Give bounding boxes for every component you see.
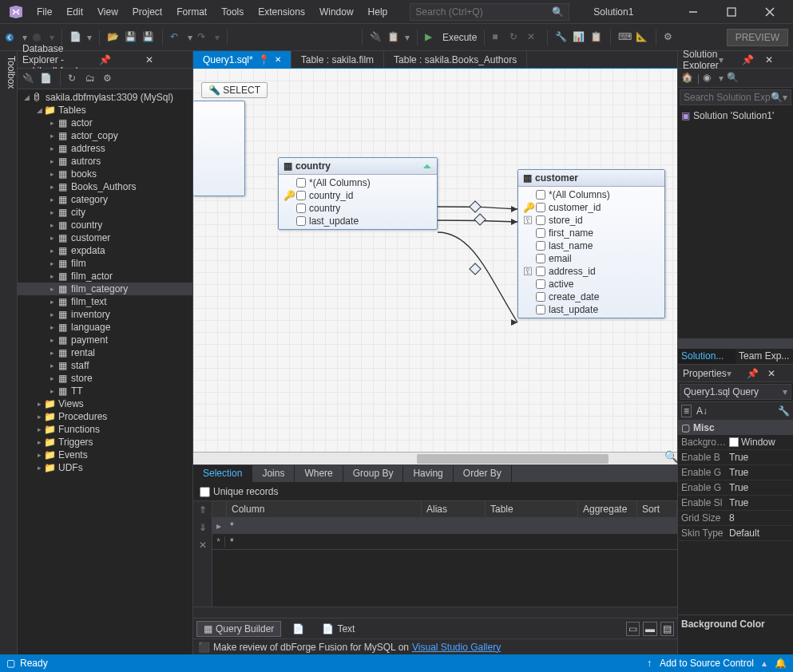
column-name[interactable]: last_update: [309, 215, 359, 227]
table-node[interactable]: ▸▦store: [18, 372, 192, 385]
preview-button[interactable]: PREVIEW: [727, 29, 788, 46]
table-node[interactable]: ▸▦rental: [18, 346, 192, 359]
column-name[interactable]: *(All Columns): [309, 177, 371, 188]
minimize-button[interactable]: [675, 0, 712, 24]
column-check[interactable]: [536, 228, 545, 238]
close-button[interactable]: [751, 0, 788, 24]
home-icon[interactable]: 🏠: [681, 72, 694, 85]
functions-folder[interactable]: Functions: [58, 424, 100, 435]
menu-extensions[interactable]: Extensions: [252, 3, 311, 21]
arrow-down-icon[interactable]: ⇓: [199, 522, 207, 533]
column-name[interactable]: customer_id: [549, 202, 601, 213]
solution-search[interactable]: 🔍▾: [680, 89, 791, 105]
save-all-icon[interactable]: 💾: [142, 31, 155, 44]
table-node[interactable]: ▸▦film: [18, 257, 192, 270]
property-row[interactable]: Enable SlTrue: [678, 496, 793, 511]
column-name[interactable]: *(All Columns): [549, 189, 610, 200]
col-header-sort[interactable]: Sort: [637, 501, 677, 517]
column-check[interactable]: [536, 203, 545, 212]
subtab-groupby[interactable]: Group By: [343, 465, 404, 482]
back-history-icon[interactable]: [5, 31, 18, 44]
menu-project[interactable]: Project: [126, 3, 169, 21]
tab-books[interactable]: Table : sakila.Books_Authors: [384, 51, 527, 68]
column-check[interactable]: [536, 254, 545, 263]
intermediate-tab[interactable]: 📄: [286, 622, 311, 636]
table-node[interactable]: ▸▦TT: [18, 385, 192, 397]
unique-records-check[interactable]: [200, 487, 210, 497]
misc-tb-icon[interactable]: 📋: [590, 31, 603, 44]
column-name[interactable]: country: [309, 203, 340, 214]
close-icon[interactable]: ✕: [767, 368, 788, 379]
notifications-icon[interactable]: 🔔: [775, 658, 787, 669]
code-icon[interactable]: ⌨: [618, 31, 631, 44]
query-designer-canvas[interactable]: 🔦 SELECT ▦country⏶ *(All Columns) 🔑: [193, 69, 677, 452]
scrollbar[interactable]: [678, 338, 793, 348]
property-row[interactable]: BackgroundWindow: [678, 435, 793, 450]
column-name[interactable]: last_name: [549, 240, 593, 251]
pin-icon[interactable]: 📌: [99, 54, 141, 65]
settings-icon[interactable]: ⚙: [664, 31, 676, 44]
col-header-alias[interactable]: Alias: [422, 501, 486, 517]
column-check[interactable]: [296, 216, 306, 226]
solution-tree[interactable]: ▣Solution 'Solution1': [678, 109, 793, 338]
db-tree[interactable]: ◢🛢sakila.dbfmylast:3309 (MySql) ◢📁Tables…: [18, 89, 192, 654]
refresh-icon[interactable]: 🔍: [727, 72, 739, 85]
column-check[interactable]: [536, 292, 545, 302]
scope-icon[interactable]: ◉: [703, 72, 716, 85]
column-row[interactable]: ⚿store_id: [518, 214, 664, 227]
table-node[interactable]: ▸▦country: [18, 219, 192, 231]
view-icon[interactable]: ▤: [660, 622, 674, 636]
column-row[interactable]: last_update: [518, 303, 664, 316]
table-node[interactable]: ▸▦Books_Authors: [18, 180, 192, 193]
column-check[interactable]: [536, 215, 545, 225]
source-control-button[interactable]: Add to Source Control: [660, 658, 754, 669]
table-node[interactable]: ▸▦payment: [18, 334, 192, 346]
view-icon[interactable]: ▬: [643, 622, 657, 636]
solution-search-input[interactable]: [684, 92, 771, 103]
categorized-icon[interactable]: ≡: [681, 405, 692, 417]
property-row[interactable]: Enable GTrue: [678, 480, 793, 496]
connect-icon[interactable]: 🔌: [22, 73, 35, 85]
undo-icon[interactable]: ↶: [170, 31, 183, 44]
query-icon[interactable]: 📄: [40, 73, 53, 85]
menu-view[interactable]: View: [91, 3, 125, 21]
tab-team-explorer[interactable]: Team Exp...: [736, 349, 793, 364]
delete-icon[interactable]: ✕: [199, 540, 207, 551]
new-file-icon[interactable]: 📄: [69, 31, 82, 44]
table-node[interactable]: ▸▦address: [18, 142, 192, 155]
toolbox-tab[interactable]: Toolbox: [0, 51, 18, 654]
table-node[interactable]: ▸▦customer: [18, 231, 192, 244]
table-node[interactable]: ▸▦autrors: [18, 155, 192, 168]
column-check[interactable]: [536, 305, 545, 314]
column-name[interactable]: country_id: [309, 190, 353, 201]
sql-icon[interactable]: 📋: [387, 31, 400, 44]
close-icon[interactable]: ✕: [145, 54, 188, 65]
column-check[interactable]: [536, 279, 545, 289]
column-row[interactable]: email: [518, 252, 664, 265]
menu-file[interactable]: File: [30, 3, 58, 21]
column-row[interactable]: last_name: [518, 239, 664, 252]
property-row[interactable]: Grid Size8: [678, 511, 793, 526]
subtab-having[interactable]: Having: [403, 465, 453, 482]
filter-icon[interactable]: 🗂: [85, 73, 98, 85]
property-row[interactable]: Skin TypeDefault: [678, 526, 793, 541]
alpha-icon[interactable]: A↓: [696, 405, 708, 417]
new-connection-icon[interactable]: 🔌: [370, 31, 383, 44]
global-search[interactable]: 🔍: [410, 3, 569, 21]
table-node[interactable]: ▸▦category: [18, 193, 192, 206]
subtab-orderby[interactable]: Order By: [454, 465, 512, 482]
grid-row[interactable]: **: [212, 534, 677, 550]
column-check[interactable]: [536, 241, 545, 251]
pin-icon[interactable]: 📍: [258, 54, 270, 65]
query-builder-tab[interactable]: ▦Query Builder: [196, 621, 281, 637]
forward-history-icon[interactable]: [32, 31, 45, 44]
arrow-up-icon[interactable]: ⇑: [199, 504, 207, 516]
table-node[interactable]: ▸▦inventory: [18, 308, 192, 321]
subtab-selection[interactable]: Selection: [193, 465, 252, 482]
config-icon[interactable]: ⚙: [103, 73, 116, 85]
table-node[interactable]: ▸▦actor: [18, 117, 192, 129]
collapse-icon[interactable]: ▢: [681, 422, 690, 433]
publish-icon[interactable]: ↑: [647, 658, 652, 669]
property-row[interactable]: Enable GTrue: [678, 465, 793, 480]
open-file-icon[interactable]: 📂: [107, 31, 120, 44]
